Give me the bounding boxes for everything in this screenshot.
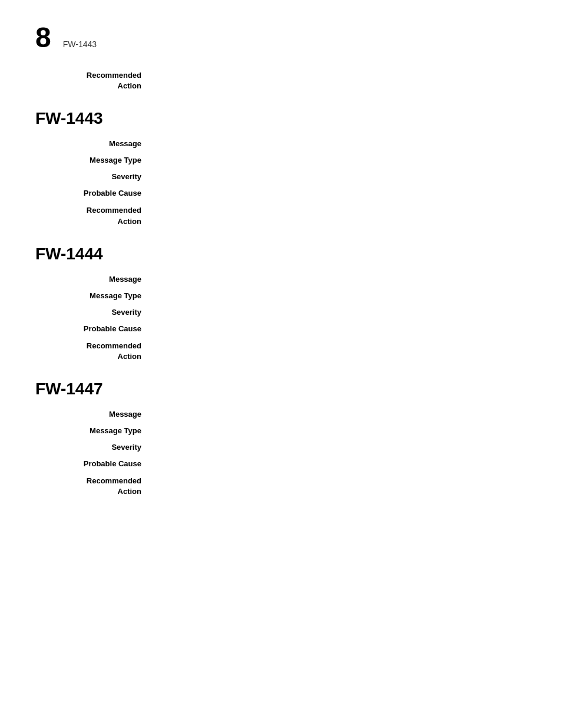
fw-1443-severity-label: Severity xyxy=(35,172,153,181)
fw-1443-recommended-action-row: RecommendedAction xyxy=(35,205,527,226)
prev-recommended-action-row: Recommended Action xyxy=(35,70,527,91)
fw-1444-recommended-action-row: RecommendedAction xyxy=(35,340,527,362)
fw-1447-probable-cause-label: Probable Cause xyxy=(35,459,153,468)
fw-1447-title: FW-1447 xyxy=(35,380,527,398)
fw-1444-message-row: Message xyxy=(35,274,527,284)
fw-1443-probable-cause-label: Probable Cause xyxy=(35,188,153,197)
page-header: 8 FW-1443 xyxy=(35,24,527,52)
fw-1443-title: FW-1443 xyxy=(35,109,527,128)
fw-1443-message-label: Message xyxy=(35,139,153,148)
fw-1443-section: FW-1443 Message Message Type Severity Pr… xyxy=(35,109,527,226)
fw-1443-message-type-label: Message Type xyxy=(35,155,153,164)
fw-1447-message-row: Message xyxy=(35,409,527,419)
fw-1444-message-label: Message xyxy=(35,274,153,284)
fw-1443-probable-cause-row: Probable Cause xyxy=(35,188,527,197)
fw-1447-probable-cause-row: Probable Cause xyxy=(35,459,527,468)
fw-1447-message-type-row: Message Type xyxy=(35,426,527,435)
fw-1444-message-type-row: Message Type xyxy=(35,291,527,300)
fw-1444-severity-row: Severity xyxy=(35,307,527,317)
page-number: 8 xyxy=(35,24,51,52)
fw-1443-recommended-action-label: RecommendedAction xyxy=(35,205,153,226)
fw-1443-message-row: Message xyxy=(35,139,527,148)
fw-1447-severity-row: Severity xyxy=(35,442,527,452)
page-id: FW-1443 xyxy=(63,39,97,49)
fw-1447-message-type-label: Message Type xyxy=(35,426,153,435)
fw-1443-severity-row: Severity xyxy=(35,172,527,181)
fw-1444-probable-cause-label: Probable Cause xyxy=(35,324,153,333)
fw-1447-message-label: Message xyxy=(35,409,153,419)
fw-1447-recommended-action-row: RecommendedAction xyxy=(35,475,527,497)
fw-1447-recommended-action-label: RecommendedAction xyxy=(35,475,153,497)
fw-1444-message-type-label: Message Type xyxy=(35,291,153,300)
fw-1444-section: FW-1444 Message Message Type Severity Pr… xyxy=(35,245,527,362)
fw-1444-title: FW-1444 xyxy=(35,245,527,263)
fw-1444-recommended-action-label: RecommendedAction xyxy=(35,340,153,362)
fw-1447-section: FW-1447 Message Message Type Severity Pr… xyxy=(35,380,527,497)
fw-1443-message-type-row: Message Type xyxy=(35,155,527,164)
fw-1444-probable-cause-row: Probable Cause xyxy=(35,324,527,333)
fw-1447-severity-label: Severity xyxy=(35,442,153,452)
prev-recommended-action-label: Recommended Action xyxy=(35,70,153,91)
fw-1444-severity-label: Severity xyxy=(35,307,153,317)
